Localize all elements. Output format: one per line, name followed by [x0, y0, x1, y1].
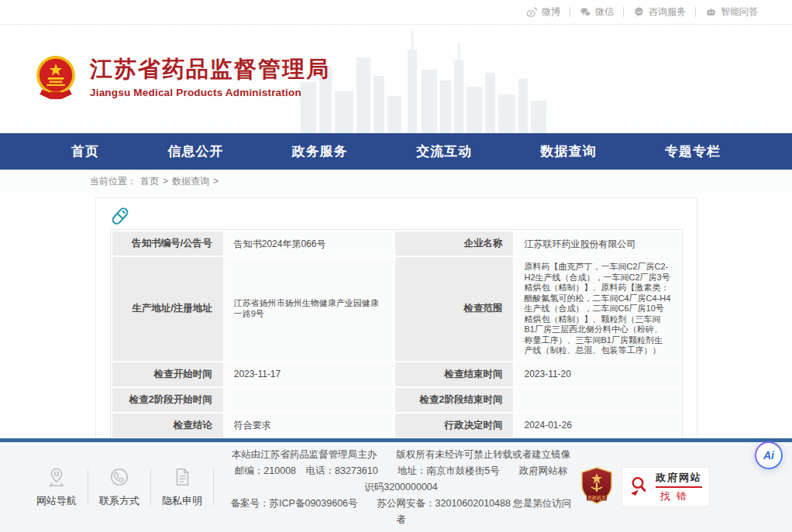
consult-service-label: 咨询服务 [649, 5, 686, 19]
breadcrumb-separator: > [213, 176, 219, 187]
document-icon [171, 466, 193, 488]
field-value-end-date: 2023-11-20 [515, 362, 680, 386]
breadcrumb-home[interactable]: 首页 [140, 175, 159, 188]
shield-badge-label: 党政机关 [587, 495, 607, 501]
field-value-start-date: 2023-11-17 [225, 362, 394, 386]
main-nav: 首页 信息公开 政务服务 交流互动 数据查询 专题专栏 [0, 133, 792, 170]
field-value-scope: 原料药【曲克芦丁，一车间C2厂房C2-H2生产线（合成），一车间C2厂房3号精烘… [515, 257, 680, 361]
field-label-phase2-start: 检查2阶段开始时间 [112, 388, 223, 412]
inspection-detail-card: 告知书编号/公告号 告知书2024年第066号 企业名称 江苏联环药业股份有限公… [95, 197, 697, 438]
table-row: 告知书编号/公告号 告知书2024年第066号 企业名称 江苏联环药业股份有限公… [112, 232, 680, 256]
breadcrumb-data-query[interactable]: 数据查询 [172, 175, 209, 188]
field-value-address: 江苏省扬州市扬州生物健康产业园健康一路9号 [225, 257, 394, 361]
field-value-conclusion: 符合要求 [225, 414, 394, 438]
pill-capsule-icon [110, 206, 130, 226]
weibo-label: 微博 [542, 5, 560, 19]
field-label-scope: 检查范围 [395, 257, 514, 361]
footer-link-label: 网站导航 [36, 494, 77, 508]
find-error-text: 政府网站 找错 [656, 471, 702, 503]
find-error-title: 政府网站 [656, 471, 702, 488]
robot-icon [705, 6, 717, 18]
field-value-company: 江苏联环药业股份有限公司 [515, 232, 680, 256]
ai-button-label: Ai [763, 449, 774, 462]
topbar-divider [623, 7, 624, 17]
site-header: 江苏省药品监督管理局 Jiangsu Medical Products Admi… [0, 25, 792, 133]
breadcrumb-prefix: 当前位置： [90, 175, 136, 188]
table-wrapper: 告知书编号/公告号 告知书2024年第066号 企业名称 江苏联环药业股份有限公… [110, 229, 683, 438]
footer-link-divider [88, 469, 88, 506]
footer-link-divider [213, 469, 214, 506]
nav-gov-services[interactable]: 政务服务 [281, 133, 359, 170]
national-emblem-logo[interactable] [34, 54, 77, 101]
field-label-company: 企业名称 [395, 232, 514, 256]
smart-qa-label: 智能问答 [721, 5, 758, 19]
wechat-label: 微信 [595, 5, 614, 19]
city-skyline-graphic [301, 26, 556, 133]
field-value-notice-no: 告知书2024年第066号 [225, 232, 394, 256]
table-row: 检查开始时间 2023-11-17 检查结束时间 2023-11-20 [112, 362, 680, 386]
weibo-link[interactable]: 微博 [526, 5, 560, 19]
weibo-icon [526, 6, 538, 18]
brand-text: 江苏省药品监督管理局 Jiangsu Medical Products Admi… [90, 57, 330, 98]
nav-special-topics[interactable]: 专题专栏 [654, 133, 732, 170]
field-label-notice-no: 告知书编号/公告号 [112, 232, 223, 256]
wechat-link[interactable]: 微信 [580, 5, 614, 19]
footer-line-1: 本站由江苏省药品监督管理局主办 版权所有未经许可禁止转载或者建立镜像 [230, 447, 572, 463]
field-label-decision-date: 行政决定时间 [395, 414, 514, 438]
nav-home[interactable]: 首页 [60, 133, 110, 170]
site-title[interactable]: 江苏省药品监督管理局 [90, 57, 330, 82]
ai-assistant-button[interactable]: Ai [755, 441, 783, 469]
table-row: 检查2阶段开始时间 检查2阶段结束时间 [112, 388, 680, 412]
site-subtitle: Jiangsu Medical Products Administration [90, 87, 330, 98]
field-value-decision-date: 2024-01-26 [515, 414, 680, 438]
footer-link-divider [150, 469, 151, 506]
chat-bubble-icon [633, 6, 645, 18]
field-label-phase2-end: 检查2阶段结束时间 [395, 388, 514, 412]
footer-line-3: 备案号：苏ICP备09039606号 苏公网安备：32010602010488 … [230, 496, 572, 528]
wechat-icon [580, 6, 591, 18]
magnifier-icon [627, 474, 650, 500]
gov-site-find-error-badge[interactable]: 政府网站 找错 [622, 467, 710, 507]
map-pin-icon [46, 466, 67, 488]
footer-badges: 党政机关 政府网站 找错 [580, 467, 710, 507]
smart-qa-link[interactable]: 智能问答 [705, 5, 758, 19]
footer-line-2: 邮编：210008 电话：83273610 地址：南京市鼓楼街5号 政府网站标识… [230, 463, 572, 496]
party-gov-shield-badge[interactable]: 党政机关 [580, 467, 614, 507]
field-label-start-date: 检查开始时间 [112, 362, 223, 386]
breadcrumb: 当前位置： 首页 > 数据查询 > [0, 170, 792, 193]
footer-link-site-nav[interactable]: 网站导航 [34, 466, 79, 508]
footer-links: 网站导航 联系方式 隐私申明 [34, 466, 222, 508]
field-value-phase2-end [515, 388, 680, 412]
footer-link-privacy[interactable]: 隐私申明 [160, 466, 205, 508]
table-row: 检查结论 符合要求 行政决定时间 2024-01-26 [112, 414, 680, 438]
nav-interaction[interactable]: 交流互动 [405, 133, 483, 170]
footer-link-contact[interactable]: 联系方式 [97, 466, 142, 508]
breadcrumb-separator: > [163, 176, 168, 187]
field-label-address: 生产地址/注册地址 [112, 257, 223, 361]
footer-text: 本站由江苏省药品监督管理局主办 版权所有未经许可禁止转载或者建立镜像 邮编：21… [222, 447, 580, 528]
footer: 网站导航 联系方式 隐私申明 本站由江苏省药品监督管理局主办 版权所有未经许可禁… [0, 442, 792, 532]
topbar-divider [695, 7, 696, 17]
table-row: 生产地址/注册地址 江苏省扬州市扬州生物健康产业园健康一路9号 检查范围 原料药… [112, 257, 680, 361]
footer-link-label: 联系方式 [99, 494, 139, 508]
inspection-detail-table: 告知书编号/公告号 告知书2024年第066号 企业名称 江苏联环药业股份有限公… [111, 230, 682, 438]
find-error-action: 找错 [656, 489, 702, 503]
consult-service-link[interactable]: 咨询服务 [633, 5, 686, 19]
field-value-phase2-start [225, 388, 394, 412]
page: 微博 微信 咨询服务 智能问答 [0, 0, 792, 532]
main-content: 告知书编号/公告号 告知书2024年第066号 企业名称 江苏联环药业股份有限公… [0, 193, 792, 438]
topbar: 微博 微信 咨询服务 智能问答 [0, 0, 792, 25]
field-label-conclusion: 检查结论 [112, 414, 223, 438]
nav-info-disclosure[interactable]: 信息公开 [157, 133, 234, 170]
phone-icon [108, 466, 130, 488]
brand: 江苏省药品监督管理局 Jiangsu Medical Products Admi… [34, 54, 330, 101]
footer-link-label: 隐私申明 [162, 494, 202, 508]
topbar-divider [570, 7, 570, 17]
field-label-end-date: 检查结束时间 [395, 362, 514, 386]
nav-data-query[interactable]: 数据查询 [530, 133, 608, 170]
